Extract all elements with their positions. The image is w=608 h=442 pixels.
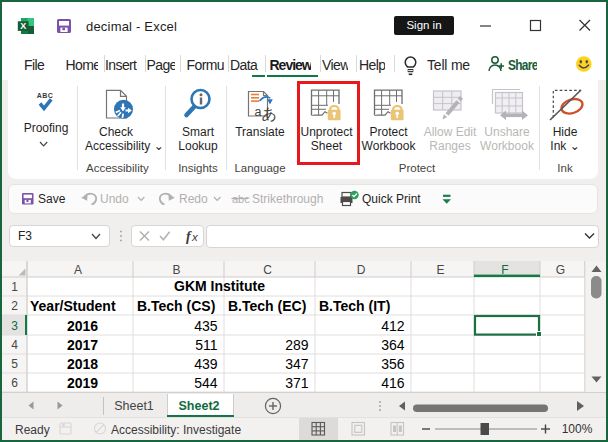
svg-text:X: X (20, 21, 26, 31)
svg-text:B.Tech (EC): B.Tech (EC) (228, 298, 306, 314)
svg-text:B.Tech (CS): B.Tech (CS) (137, 298, 215, 314)
svg-text:Sheet1: Sheet1 (114, 399, 154, 413)
svg-text:6: 6 (11, 376, 18, 390)
svg-text:B.Tech (IT): B.Tech (IT) (319, 298, 390, 314)
svg-text:347: 347 (285, 356, 309, 372)
svg-text:E: E (436, 263, 444, 277)
svg-text:Quick Print: Quick Print (362, 192, 421, 206)
svg-text:412: 412 (381, 318, 405, 334)
svg-text:4: 4 (11, 338, 18, 352)
svg-text:5: 5 (11, 357, 18, 371)
svg-text:1: 1 (11, 280, 18, 294)
svg-text:GKM Institute: GKM Institute (174, 278, 265, 294)
svg-text:3: 3 (11, 319, 18, 333)
svg-text:435: 435 (194, 318, 218, 334)
svg-text:Undo: Undo (100, 192, 129, 206)
svg-text:289: 289 (285, 337, 309, 353)
svg-text:356: 356 (381, 356, 405, 372)
svg-text:544: 544 (194, 375, 218, 391)
svg-text:2019: 2019 (67, 375, 98, 391)
svg-text:D: D (357, 263, 366, 277)
svg-text:F: F (501, 263, 508, 277)
svg-text:511: 511 (195, 337, 218, 353)
svg-text:A: A (74, 263, 82, 277)
svg-text:100%: 100% (562, 422, 593, 436)
svg-text:Sheet2: Sheet2 (179, 399, 220, 413)
svg-text:B: B (172, 263, 180, 277)
svg-text:C: C (263, 263, 272, 277)
svg-text:Strikethrough: Strikethrough (252, 192, 323, 206)
svg-text:あ: あ (262, 105, 277, 122)
svg-text:2018: 2018 (67, 356, 98, 372)
svg-text:364: 364 (381, 337, 405, 353)
svg-text:a: a (255, 105, 262, 119)
svg-text:2017: 2017 (67, 337, 98, 353)
svg-text:371: 371 (285, 375, 309, 391)
svg-text:Year/Student: Year/Student (30, 298, 116, 314)
svg-text:G: G (556, 263, 565, 277)
svg-text:x: x (191, 231, 199, 243)
svg-text:ABC: ABC (37, 92, 53, 99)
svg-text:Redo: Redo (179, 192, 208, 206)
svg-text:Save: Save (38, 192, 66, 206)
svg-text:416: 416 (381, 375, 405, 391)
svg-text:2016: 2016 (67, 318, 98, 334)
svg-text:2: 2 (11, 299, 18, 313)
svg-text:439: 439 (194, 356, 218, 372)
